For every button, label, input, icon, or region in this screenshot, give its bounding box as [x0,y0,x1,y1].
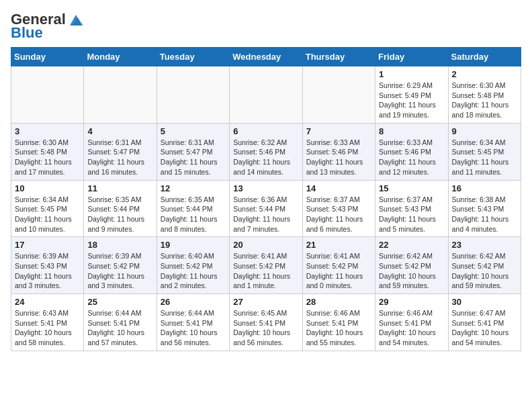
day-number: 16 [452,183,517,193]
day-number: 25 [87,297,152,307]
day-header-tuesday: Tuesday [157,48,229,66]
calendar-week-row: 10Sunrise: 6:34 AMSunset: 5:45 PMDayligh… [11,180,521,237]
calendar-cell: 24Sunrise: 6:43 AMSunset: 5:41 PMDayligh… [11,294,84,351]
day-info: Sunrise: 6:30 AMSunset: 5:48 PMDaylight:… [15,138,80,177]
calendar-cell: 22Sunrise: 6:42 AMSunset: 5:42 PMDayligh… [375,237,448,294]
day-info: Sunrise: 6:30 AMSunset: 5:48 PMDaylight:… [452,81,517,120]
calendar-cell: 17Sunrise: 6:39 AMSunset: 5:43 PMDayligh… [11,237,84,294]
day-number: 19 [161,240,226,250]
day-number: 15 [379,183,444,193]
day-number: 7 [306,126,371,136]
day-info: Sunrise: 6:41 AMSunset: 5:42 PMDaylight:… [233,251,298,291]
day-number: 27 [233,297,298,307]
day-number: 29 [379,297,444,307]
calendar-cell: 11Sunrise: 6:35 AMSunset: 5:44 PMDayligh… [84,180,157,237]
day-header-wednesday: Wednesday [230,48,302,66]
day-info: Sunrise: 6:43 AMSunset: 5:41 PMDaylight:… [15,308,80,348]
day-info: Sunrise: 6:46 AMSunset: 5:41 PMDaylight:… [379,308,444,348]
day-info: Sunrise: 6:47 AMSunset: 5:41 PMDaylight:… [452,308,517,348]
calendar-table: SundayMondayTuesdayWednesdayThursdayFrid… [11,47,521,351]
day-info: Sunrise: 6:42 AMSunset: 5:42 PMDaylight:… [379,251,444,291]
calendar-cell: 9Sunrise: 6:34 AMSunset: 5:45 PMDaylight… [448,123,521,180]
calendar-cell: 19Sunrise: 6:40 AMSunset: 5:42 PMDayligh… [157,237,229,294]
day-header-thursday: Thursday [302,48,375,66]
calendar-header-row: SundayMondayTuesdayWednesdayThursdayFrid… [11,48,521,66]
day-info: Sunrise: 6:44 AMSunset: 5:41 PMDaylight:… [161,308,226,348]
calendar-cell: 18Sunrise: 6:39 AMSunset: 5:42 PMDayligh… [84,237,157,294]
calendar-cell: 23Sunrise: 6:42 AMSunset: 5:42 PMDayligh… [448,237,521,294]
calendar-cell [84,66,157,124]
calendar-cell: 1Sunrise: 6:29 AMSunset: 5:49 PMDaylight… [375,66,448,124]
calendar-cell: 2Sunrise: 6:30 AMSunset: 5:48 PMDaylight… [448,66,521,124]
calendar-cell: 15Sunrise: 6:37 AMSunset: 5:43 PMDayligh… [375,180,448,237]
day-info: Sunrise: 6:46 AMSunset: 5:41 PMDaylight:… [306,308,371,348]
day-number: 24 [15,297,80,307]
day-info: Sunrise: 6:34 AMSunset: 5:45 PMDaylight:… [452,138,517,177]
day-info: Sunrise: 6:36 AMSunset: 5:44 PMDaylight:… [233,195,298,234]
calendar-cell: 14Sunrise: 6:37 AMSunset: 5:43 PMDayligh… [302,180,375,237]
day-number: 1 [379,69,444,79]
calendar-cell: 7Sunrise: 6:33 AMSunset: 5:46 PMDaylight… [302,123,375,180]
day-number: 13 [233,183,298,193]
day-number: 20 [233,240,298,250]
day-info: Sunrise: 6:45 AMSunset: 5:41 PMDaylight:… [233,308,298,348]
calendar-week-row: 1Sunrise: 6:29 AMSunset: 5:49 PMDaylight… [11,66,521,124]
day-info: Sunrise: 6:37 AMSunset: 5:43 PMDaylight:… [379,195,444,234]
logo-icon [69,13,83,27]
calendar-week-row: 17Sunrise: 6:39 AMSunset: 5:43 PMDayligh… [11,237,521,294]
day-info: Sunrise: 6:32 AMSunset: 5:46 PMDaylight:… [233,138,298,177]
calendar-cell: 27Sunrise: 6:45 AMSunset: 5:41 PMDayligh… [230,294,302,351]
calendar-cell: 21Sunrise: 6:41 AMSunset: 5:42 PMDayligh… [302,237,375,294]
day-number: 4 [87,126,152,136]
day-info: Sunrise: 6:44 AMSunset: 5:41 PMDaylight:… [87,308,152,348]
day-number: 17 [15,240,80,250]
day-info: Sunrise: 6:33 AMSunset: 5:46 PMDaylight:… [306,138,371,177]
day-header-monday: Monday [84,48,157,66]
day-info: Sunrise: 6:34 AMSunset: 5:45 PMDaylight:… [15,195,80,234]
day-number: 6 [233,126,298,136]
logo: General Blue [11,11,83,42]
calendar-cell: 30Sunrise: 6:47 AMSunset: 5:41 PMDayligh… [448,294,521,351]
page-header: General Blue [11,11,521,42]
day-number: 18 [87,240,152,250]
calendar-cell [11,66,84,124]
day-info: Sunrise: 6:31 AMSunset: 5:47 PMDaylight:… [161,138,226,177]
day-info: Sunrise: 6:35 AMSunset: 5:44 PMDaylight:… [161,195,226,234]
calendar-cell: 3Sunrise: 6:30 AMSunset: 5:48 PMDaylight… [11,123,84,180]
calendar-cell: 5Sunrise: 6:31 AMSunset: 5:47 PMDaylight… [157,123,229,180]
day-info: Sunrise: 6:35 AMSunset: 5:44 PMDaylight:… [87,195,152,234]
day-number: 26 [161,297,226,307]
day-info: Sunrise: 6:41 AMSunset: 5:42 PMDaylight:… [306,251,371,291]
day-number: 9 [452,126,517,136]
day-number: 8 [379,126,444,136]
day-info: Sunrise: 6:33 AMSunset: 5:46 PMDaylight:… [379,138,444,177]
day-info: Sunrise: 6:39 AMSunset: 5:43 PMDaylight:… [15,251,80,291]
day-header-sunday: Sunday [11,48,84,66]
day-info: Sunrise: 6:37 AMSunset: 5:43 PMDaylight:… [306,195,371,234]
day-info: Sunrise: 6:39 AMSunset: 5:42 PMDaylight:… [87,251,152,291]
day-info: Sunrise: 6:42 AMSunset: 5:42 PMDaylight:… [452,251,517,291]
day-header-saturday: Saturday [448,48,521,66]
calendar-cell: 26Sunrise: 6:44 AMSunset: 5:41 PMDayligh… [157,294,229,351]
day-info: Sunrise: 6:29 AMSunset: 5:49 PMDaylight:… [379,81,444,120]
day-number: 22 [379,240,444,250]
calendar-cell: 29Sunrise: 6:46 AMSunset: 5:41 PMDayligh… [375,294,448,351]
day-info: Sunrise: 6:40 AMSunset: 5:42 PMDaylight:… [161,251,226,291]
day-number: 11 [87,183,152,193]
day-number: 5 [161,126,226,136]
day-info: Sunrise: 6:31 AMSunset: 5:47 PMDaylight:… [87,138,152,177]
calendar-cell [302,66,375,124]
calendar-week-row: 24Sunrise: 6:43 AMSunset: 5:41 PMDayligh… [11,294,521,351]
day-number: 28 [306,297,371,307]
calendar-cell [230,66,302,124]
calendar-cell: 12Sunrise: 6:35 AMSunset: 5:44 PMDayligh… [157,180,229,237]
calendar-cell: 16Sunrise: 6:38 AMSunset: 5:43 PMDayligh… [448,180,521,237]
calendar-cell [157,66,229,124]
day-info: Sunrise: 6:38 AMSunset: 5:43 PMDaylight:… [452,195,517,234]
calendar-cell: 6Sunrise: 6:32 AMSunset: 5:46 PMDaylight… [230,123,302,180]
calendar-cell: 10Sunrise: 6:34 AMSunset: 5:45 PMDayligh… [11,180,84,237]
day-number: 23 [452,240,517,250]
calendar-cell: 13Sunrise: 6:36 AMSunset: 5:44 PMDayligh… [230,180,302,237]
calendar-cell: 28Sunrise: 6:46 AMSunset: 5:41 PMDayligh… [302,294,375,351]
day-number: 2 [452,69,517,79]
